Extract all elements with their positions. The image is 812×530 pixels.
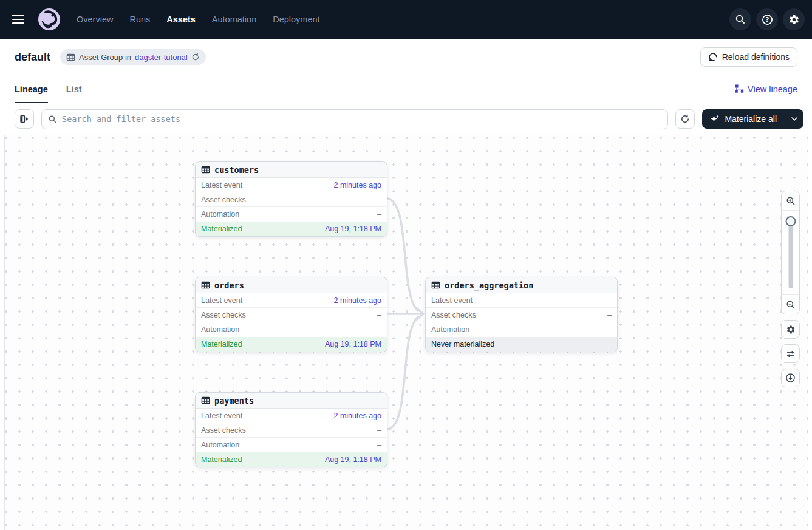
chevron-down-icon (791, 117, 797, 121)
gear-icon (786, 325, 796, 335)
asset-group-badge: Asset Group in dagster-tutorial (60, 49, 206, 65)
nav-item-assets[interactable]: Assets (166, 15, 196, 24)
primary-nav: Overview Runs Assets Automation Deployme… (77, 15, 320, 24)
sync-icon[interactable] (191, 53, 200, 61)
latest-event-row: Latest event 2 minutes ago (196, 293, 387, 308)
graph-toolbar: Materialize all (0, 103, 812, 135)
table-icon (201, 396, 210, 405)
asset-checks-row: Asset checks – (196, 192, 387, 207)
graph-filters-button[interactable] (781, 344, 800, 363)
zoom-slider-handle[interactable] (785, 216, 796, 226)
asset-node-orders[interactable]: orders Latest event 2 minutes ago Asset … (195, 277, 387, 352)
settings-button[interactable] (783, 8, 805, 30)
top-navbar: Overview Runs Assets Automation Deployme… (0, 0, 812, 39)
latest-event-link[interactable]: 2 minutes ago (333, 296, 381, 305)
zoom-slider (782, 211, 799, 294)
lineage-graph-icon (735, 84, 744, 93)
recenter-view-button[interactable] (781, 369, 800, 387)
asset-node-header: orders (196, 277, 387, 293)
badge-repo-link[interactable]: dagster-tutorial (135, 53, 188, 62)
nav-item-overview[interactable]: Overview (77, 15, 113, 24)
materialize-split-button: Materialize all (702, 109, 803, 129)
asset-name: orders_aggregation (445, 280, 533, 290)
nav-item-deployment[interactable]: Deployment (273, 15, 319, 24)
asset-node-header: customers (196, 162, 387, 178)
asset-name: customers (214, 165, 259, 175)
search-icon (735, 14, 746, 25)
asset-node-customers[interactable]: customers Latest event 2 minutes ago Ass… (195, 161, 387, 237)
table-icon (201, 165, 210, 174)
table-icon (431, 280, 440, 290)
status-row-never-materialized: Never materialized (426, 337, 617, 352)
materialization-time-link[interactable]: Aug 19, 1:18 PM (325, 455, 381, 464)
status-row-materialized: Materialized Aug 19, 1:18 PM (196, 337, 387, 352)
automation-row: Automation – (196, 438, 387, 452)
sparkle-icon (710, 114, 720, 124)
view-lineage-link[interactable]: View lineage (735, 84, 797, 94)
gear-icon (788, 14, 800, 25)
materialize-all-label: Materialize all (725, 114, 777, 124)
panel-expand-icon (19, 114, 29, 124)
search-button[interactable] (729, 8, 751, 30)
asset-node-payments[interactable]: payments Latest event 2 minutes ago Asse… (195, 392, 387, 467)
sliders-icon (786, 349, 796, 359)
latest-event-row: Latest event 2 minutes ago (196, 178, 387, 192)
nav-item-runs[interactable]: Runs (129, 15, 150, 24)
zoom-controls (781, 191, 800, 314)
asset-node-orders-aggregation[interactable]: orders_aggregation Latest event Asset ch… (425, 277, 618, 352)
materialization-time-link[interactable]: Aug 19, 1:18 PM (325, 225, 381, 233)
asset-search-box (41, 109, 668, 129)
search-input[interactable] (62, 114, 661, 124)
badge-prefix: Asset Group in (79, 53, 131, 62)
nav-item-automation[interactable]: Automation (212, 15, 256, 24)
asset-name: orders (214, 280, 244, 290)
asset-group-icon (66, 53, 75, 62)
zoom-in-button[interactable] (782, 191, 799, 211)
recenter-icon (785, 373, 796, 383)
toggle-sidebar-button[interactable] (15, 109, 34, 129)
automation-row: Automation – (426, 322, 617, 337)
automation-row: Automation – (196, 322, 387, 337)
latest-event-row: Latest event 2 minutes ago (196, 409, 387, 423)
tab-lineage[interactable]: Lineage (15, 75, 48, 103)
refresh-icon (680, 114, 690, 124)
help-button[interactable]: ? (756, 8, 778, 30)
tab-list[interactable]: List (66, 75, 82, 103)
latest-event-link[interactable]: 2 minutes ago (333, 412, 381, 420)
page-title: default (15, 51, 50, 64)
materialize-dropdown-button[interactable] (785, 109, 803, 129)
navbar-actions: ? (729, 8, 805, 30)
hamburger-menu-icon[interactable] (12, 11, 29, 28)
reload-definitions-button[interactable]: Reload definitions (700, 47, 797, 67)
table-icon (201, 280, 210, 290)
status-row-materialized: Materialized Aug 19, 1:18 PM (196, 222, 387, 236)
svg-text:?: ? (765, 16, 769, 23)
asset-checks-row: Asset checks – (426, 308, 617, 322)
dagster-logo[interactable] (38, 8, 61, 31)
page-header: default Asset Group in dagster-tutorial … (0, 39, 812, 75)
zoom-slider-track[interactable] (788, 219, 793, 288)
materialization-time-link[interactable]: Aug 19, 1:18 PM (325, 340, 381, 348)
status-row-materialized: Materialized Aug 19, 1:18 PM (196, 452, 387, 467)
asset-node-header: orders_aggregation (426, 277, 617, 293)
graph-settings-button[interactable] (781, 320, 800, 339)
asset-checks-row: Asset checks – (196, 308, 387, 322)
zoom-out-button[interactable] (782, 294, 799, 314)
asset-node-header: payments (196, 393, 387, 409)
zoom-in-icon (786, 196, 796, 206)
latest-event-row: Latest event (426, 293, 617, 308)
reload-definitions-label: Reload definitions (722, 52, 790, 62)
materialize-all-button[interactable]: Materialize all (702, 109, 785, 129)
asset-checks-row: Asset checks – (196, 423, 387, 438)
lineage-edges (5, 135, 809, 530)
search-icon (48, 115, 57, 124)
asset-name: payments (214, 396, 254, 406)
lineage-canvas[interactable]: customers Latest event 2 minutes ago Ass… (4, 135, 808, 530)
zoom-out-icon (786, 300, 796, 310)
automation-row: Automation – (196, 207, 387, 222)
help-icon: ? (762, 14, 773, 25)
latest-event-link[interactable]: 2 minutes ago (333, 181, 381, 189)
reload-icon (708, 52, 718, 62)
tabs-bar: Lineage List View lineage (0, 75, 812, 103)
refresh-button[interactable] (675, 109, 695, 129)
